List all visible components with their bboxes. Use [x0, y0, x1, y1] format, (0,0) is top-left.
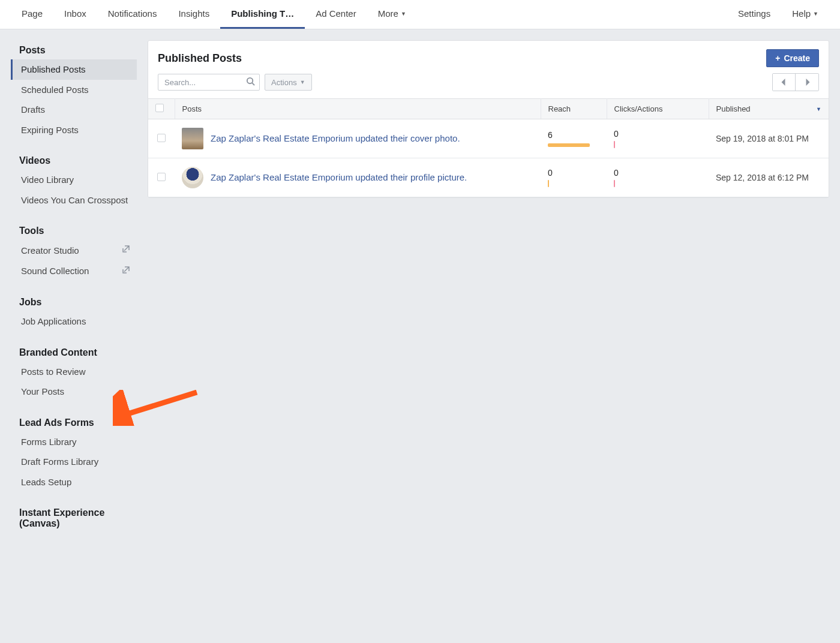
top-nav-right: Settings Help ▼	[727, 0, 829, 29]
published-date: Sep 12, 2018 at 6:12 PM	[709, 158, 829, 197]
card-published-posts: Published Posts + Create Actions ▼	[148, 40, 829, 198]
side-creator-studio-label: Creator Studio	[21, 245, 79, 257]
side-draft-forms-library[interactable]: Draft Forms Library	[11, 452, 137, 472]
post-thumbnail	[182, 167, 203, 188]
search-wrap	[158, 74, 260, 91]
clicks-value: 0	[614, 168, 701, 178]
nav-insights[interactable]: Insights	[167, 0, 220, 29]
post-thumbnail	[182, 128, 203, 149]
reach-value: 0	[548, 168, 599, 178]
pager	[772, 73, 819, 91]
checkbox-icon	[157, 134, 166, 142]
post-title-link[interactable]: Zap Zaplar's Real Estate Emporium update…	[211, 133, 460, 145]
reach-bar	[548, 180, 549, 187]
caret-down-icon: ▼	[300, 79, 305, 85]
checkbox-icon	[155, 104, 164, 112]
table-row[interactable]: Zap Zaplar's Real Estate Emporium update…	[148, 158, 829, 197]
nav-publishing-tools[interactable]: Publishing T…	[220, 0, 305, 29]
nav-settings[interactable]: Settings	[727, 0, 781, 29]
nav-page[interactable]: Page	[11, 0, 53, 29]
plus-icon: +	[775, 53, 780, 63]
row-checkbox[interactable]	[148, 158, 175, 197]
side-title-jobs: Jobs	[11, 292, 137, 311]
reach-bar	[548, 143, 590, 147]
side-title-videos: Videos	[11, 151, 137, 170]
content: Posts Published Posts Scheduled Posts Dr…	[0, 29, 840, 543]
main: Published Posts + Create Actions ▼	[148, 40, 829, 533]
sidebar: Posts Published Posts Scheduled Posts Dr…	[11, 40, 137, 533]
svg-point-1	[247, 78, 253, 83]
side-title-branded: Branded Content	[11, 342, 137, 362]
nav-more[interactable]: More ▼	[367, 0, 417, 29]
reach-value: 6	[548, 130, 599, 140]
nav-help[interactable]: Help ▼	[781, 0, 829, 29]
toolbar: Actions ▼	[148, 73, 829, 98]
th-select-all[interactable]	[148, 99, 175, 119]
caret-down-icon: ▼	[813, 11, 818, 17]
row-checkbox[interactable]	[148, 119, 175, 158]
side-published-posts[interactable]: Published Posts	[11, 59, 137, 80]
side-sound-collection[interactable]: Sound Collection	[11, 261, 137, 282]
annotation-arrow-icon	[113, 390, 203, 426]
side-video-library[interactable]: Video Library	[11, 170, 137, 190]
side-scheduled-posts[interactable]: Scheduled Posts	[11, 80, 137, 100]
posts-table: Posts Reach Clicks/Actions Published ▼	[148, 98, 829, 197]
side-title-posts: Posts	[11, 40, 137, 59]
nav-inbox[interactable]: Inbox	[53, 0, 97, 29]
clicks-value: 0	[614, 129, 701, 139]
side-expiring-posts[interactable]: Expiring Posts	[11, 120, 137, 140]
side-posts-to-review[interactable]: Posts to Review	[11, 362, 137, 382]
sort-desc-icon: ▼	[816, 106, 821, 112]
published-date: Sep 19, 2018 at 8:01 PM	[709, 119, 829, 158]
nav-help-label: Help	[792, 8, 811, 19]
side-creator-studio[interactable]: Creator Studio	[11, 240, 137, 261]
clicks-bar	[614, 180, 615, 187]
th-clicks[interactable]: Clicks/Actions	[607, 99, 709, 119]
side-sound-collection-label: Sound Collection	[21, 265, 89, 277]
page-title: Published Posts	[158, 52, 242, 65]
card-header: Published Posts + Create	[148, 41, 829, 73]
th-reach[interactable]: Reach	[541, 99, 607, 119]
search-icon	[246, 77, 255, 88]
side-leads-setup[interactable]: Leads Setup	[11, 472, 137, 492]
side-job-applications[interactable]: Job Applications	[11, 311, 137, 332]
caret-down-icon: ▼	[401, 11, 406, 17]
nav-ad-center[interactable]: Ad Center	[305, 0, 367, 29]
external-link-icon	[121, 265, 131, 278]
side-videos-crosspost[interactable]: Videos You Can Crosspost	[11, 190, 137, 211]
top-nav-left: Page Inbox Notifications Insights Publis…	[11, 0, 727, 29]
th-published-label: Published	[716, 104, 751, 113]
svg-line-2	[252, 83, 254, 85]
checkbox-icon	[157, 173, 166, 181]
external-link-icon	[121, 244, 131, 257]
pager-prev-button[interactable]	[773, 74, 796, 91]
side-forms-library[interactable]: Forms Library	[11, 432, 137, 452]
search-input[interactable]	[158, 74, 260, 91]
create-label: Create	[784, 53, 810, 63]
side-title-instant-exp: Instant Experience (Canvas)	[11, 503, 137, 533]
create-button[interactable]: + Create	[766, 49, 819, 67]
actions-label: Actions	[271, 78, 297, 87]
post-title-link[interactable]: Zap Zaplar's Real Estate Emporium update…	[211, 172, 467, 184]
table-row[interactable]: Zap Zaplar's Real Estate Emporium update…	[148, 119, 829, 158]
side-drafts[interactable]: Drafts	[11, 100, 137, 120]
actions-dropdown[interactable]: Actions ▼	[265, 74, 312, 91]
nav-notifications[interactable]: Notifications	[97, 0, 168, 29]
nav-more-label: More	[378, 8, 398, 19]
svg-line-0	[120, 392, 197, 416]
side-title-tools: Tools	[11, 221, 137, 240]
clicks-bar	[614, 141, 615, 148]
top-nav: Page Inbox Notifications Insights Publis…	[0, 0, 840, 29]
pager-next-button[interactable]	[796, 74, 818, 91]
th-posts[interactable]: Posts	[175, 99, 541, 119]
th-published[interactable]: Published ▼	[709, 99, 829, 119]
